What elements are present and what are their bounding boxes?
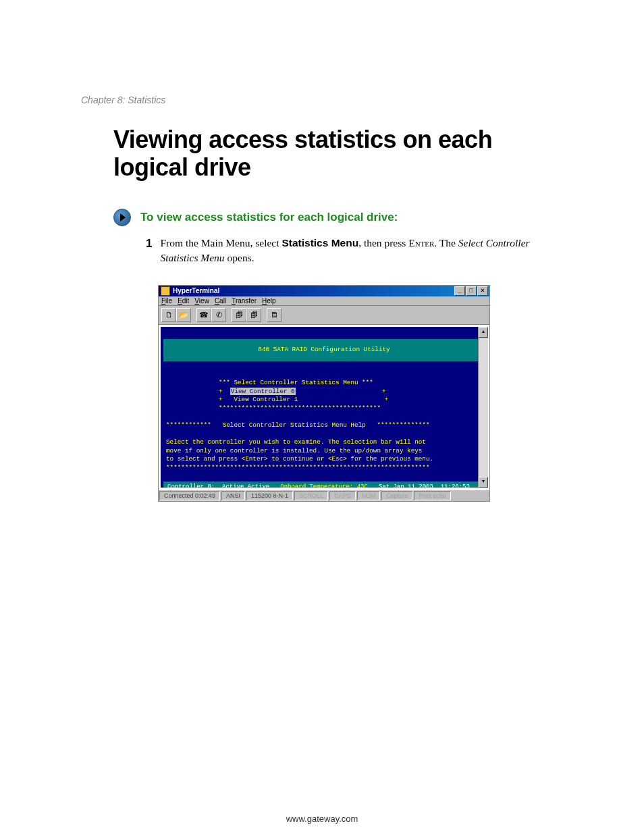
- toolbar-properties-icon[interactable]: 🖺: [267, 308, 281, 322]
- page-title: Viewing access statistics on each logica…: [113, 126, 563, 182]
- toolbar-receive-icon[interactable]: 🗐: [246, 308, 261, 322]
- toolbar-call-icon[interactable]: ☎: [196, 308, 211, 322]
- status-num: NUM: [357, 491, 381, 500]
- procedure-title: To view access statistics for each logic…: [140, 211, 398, 224]
- help-line: Select the controller you wish to examin…: [166, 438, 426, 446]
- menu-call[interactable]: Call: [215, 297, 226, 305]
- scrollbar-vertical[interactable]: ▴ ▾: [478, 327, 488, 488]
- toolbar-open-icon[interactable]: 📂: [176, 308, 191, 322]
- menu-file[interactable]: File: [161, 297, 172, 305]
- status-scroll: SCROLL: [294, 491, 328, 500]
- menu-item[interactable]: + View Controller 1 +: [166, 396, 388, 403]
- step-body: From the Main Menu, select Statistics Me…: [160, 236, 563, 266]
- hyperterminal-window: HyperTerminal _ □ × File Edit View Call …: [158, 285, 490, 502]
- app-icon: [161, 286, 170, 296]
- maximize-button[interactable]: □: [466, 286, 477, 296]
- scroll-up-icon[interactable]: ▴: [479, 327, 488, 338]
- scroll-down-icon[interactable]: ▾: [479, 477, 488, 488]
- menu-help[interactable]: Help: [262, 297, 276, 305]
- menu-title: *** Select Controller Statistics Menu **…: [166, 379, 373, 386]
- menu-edit[interactable]: Edit: [178, 297, 189, 305]
- step-1: 1 From the Main Menu, select Statistics …: [146, 236, 563, 266]
- toolbar: 🗋 📂 ☎ ✆ 🗐 🗐 🖺: [159, 306, 489, 325]
- play-icon: [113, 209, 131, 226]
- chapter-label: Chapter 8: Statistics: [81, 95, 563, 105]
- menu-transfer[interactable]: Transfer: [232, 297, 257, 305]
- footer-url: www.gateway.com: [0, 814, 644, 824]
- toolbar-send-icon[interactable]: 🗐: [232, 308, 246, 322]
- status-emulation: ANSI: [221, 491, 245, 500]
- window-title: HyperTerminal: [173, 287, 219, 294]
- toolbar-hangup-icon[interactable]: ✆: [211, 308, 226, 322]
- menu-item-selected[interactable]: View Controller 0: [230, 388, 296, 395]
- status-echo: Print echo: [414, 491, 451, 500]
- titlebar: HyperTerminal _ □ ×: [159, 286, 489, 296]
- status-baud: 115200 8-N-1: [246, 491, 293, 500]
- status-capture: Capture: [381, 491, 412, 500]
- terminal-screen: 840 SATA RAID Configuration Utility *** …: [161, 327, 487, 488]
- statusbar: Connected 0:02:49 ANSI 115200 8-N-1 SCRO…: [159, 490, 489, 501]
- help-title: ************ Select Controller Statistic…: [166, 421, 430, 429]
- status-caps: CAPS: [329, 491, 356, 500]
- toolbar-new-icon[interactable]: 🗋: [161, 308, 176, 322]
- help-line: move if only one controller is installed…: [166, 447, 422, 454]
- terminal-header: 840 SATA RAID Configuration Utility: [163, 339, 485, 361]
- help-line: to select and press <Enter> to continue …: [166, 455, 433, 463]
- step-number: 1: [146, 236, 152, 266]
- menu-view[interactable]: View: [194, 297, 209, 305]
- terminal-status: Controller 0: Active ActiveOnboard Tempe…: [163, 481, 485, 487]
- status-connection: Connected 0:02:49: [159, 491, 220, 500]
- close-button[interactable]: ×: [477, 286, 488, 296]
- menubar: File Edit View Call Transfer Help: [159, 296, 489, 306]
- minimize-button[interactable]: _: [454, 286, 465, 296]
